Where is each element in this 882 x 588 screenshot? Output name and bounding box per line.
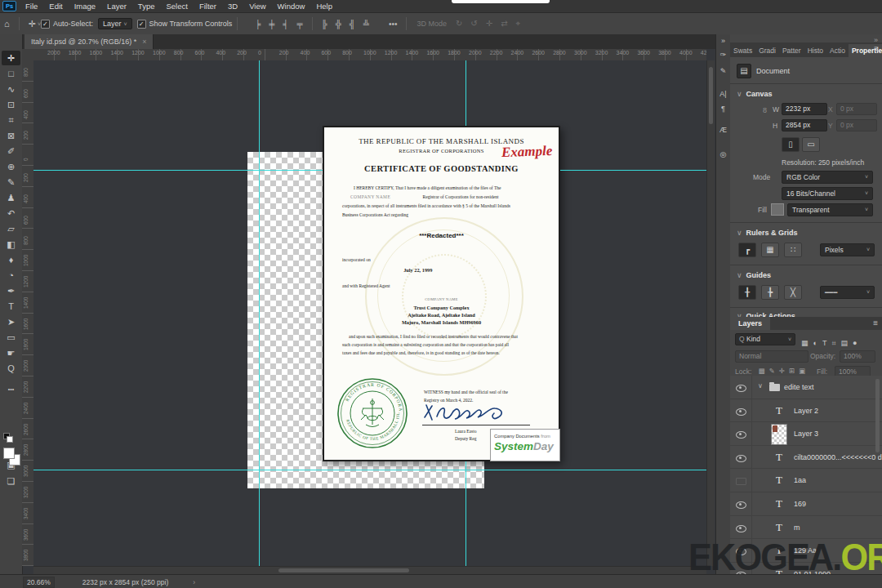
layers-scrollbar[interactable] [875, 379, 880, 452]
layer-row[interactable]: T169 [730, 492, 882, 516]
auto-select-target-dropdown[interactable]: Layer ˅ [98, 18, 132, 29]
canvas-pasteboard[interactable]: THE REPUBLIC OF THE MARSHALL ISLANDS REG… [33, 60, 706, 566]
pen-tool[interactable]: ✒ [2, 283, 20, 298]
visibility-cell[interactable] [730, 492, 752, 515]
eye-icon[interactable] [736, 408, 746, 416]
menu-help[interactable]: Help [310, 2, 338, 11]
lasso-tool[interactable]: ∿ [2, 82, 20, 96]
fill-swatch[interactable] [771, 203, 784, 216]
eraser-tool[interactable]: ▱ [2, 221, 20, 236]
layer-filter-icon[interactable]: ▦ [801, 339, 808, 347]
layer-row[interactable]: Tm [730, 516, 882, 540]
clone-stamp-tool[interactable]: ♟ [2, 190, 20, 205]
tab-patter[interactable]: Patter [779, 44, 804, 57]
align-icon[interactable]: ╤ [292, 20, 306, 29]
visibility-cell[interactable] [730, 446, 752, 469]
ruler-vertical[interactable]: 8006004002000200400600800100012001400160… [22, 60, 34, 566]
document-tab[interactable]: Italy id.psd @ 20.7% (RGB/16) * × [24, 34, 154, 49]
opacity-field[interactable]: 100% [840, 350, 875, 363]
auto-select-checkbox[interactable]: ✓ [41, 20, 50, 29]
menu-layer[interactable]: Layer [101, 2, 132, 11]
visibility-cell[interactable] [730, 399, 752, 422]
visibility-cell[interactable] [730, 422, 752, 445]
tab-layers[interactable]: Layers [730, 317, 770, 330]
tab-gradi[interactable]: Gradi [755, 44, 779, 57]
guide-horizontal[interactable] [33, 470, 706, 470]
ruler-units-dropdown[interactable]: Pixels˅ [820, 243, 875, 256]
tab-swats[interactable]: Swats [730, 44, 755, 57]
visibility-cell[interactable] [730, 469, 752, 492]
layer-name[interactable]: Layer 3 [794, 430, 818, 438]
layer-filter-icon[interactable]: ▤ [841, 339, 849, 347]
menu-file[interactable]: File [20, 2, 43, 11]
visibility-cell[interactable] [730, 539, 752, 562]
menu-3d[interactable]: 3D [222, 2, 243, 11]
default-colors-icon[interactable] [7, 436, 13, 443]
zoom-level-field[interactable]: 20.66% [23, 577, 55, 588]
portrait-orientation-button[interactable]: ▯ [782, 137, 800, 152]
group-expand-caret[interactable]: ∨ [758, 382, 763, 390]
menu-filter[interactable]: Filter [194, 2, 222, 11]
panel-menu-icon[interactable]: ≡ [874, 44, 879, 53]
screen-mode[interactable]: ❏ [2, 474, 20, 488]
lock-icon[interactable]: ▩ [759, 367, 765, 375]
home-icon[interactable]: ⌂ [0, 19, 14, 29]
panel-collapse-icon[interactable]: » [716, 37, 730, 45]
menu-image[interactable]: Image [69, 2, 101, 11]
layer-filter-icon[interactable]: ◐ [813, 339, 817, 347]
layer-name[interactable]: Layer 2 [794, 407, 818, 415]
layer-row[interactable]: T129 Aa [730, 539, 882, 563]
layer-row[interactable]: TLayer 2 [730, 399, 882, 423]
eyedropper-tool[interactable]: ✐ [2, 144, 20, 158]
menu-edit[interactable]: Edit [43, 2, 68, 11]
pixel-grid-toggle-button[interactable]: ∷ [784, 243, 802, 257]
ruler-horizontal[interactable]: 2000180016001400120010008006004002000200… [33, 49, 706, 61]
gradient-tool[interactable]: ◧ [2, 237, 20, 252]
brushes-panel-icon[interactable]: ✑ [716, 51, 730, 59]
lock-icon[interactable]: ⊞ [789, 367, 795, 375]
tab-actio[interactable]: Actio [826, 44, 849, 57]
guide-style-dropdown[interactable]: ━━━˅ [820, 286, 875, 299]
guide-horizontal[interactable] [560, 170, 706, 171]
eye-hidden-icon[interactable] [736, 478, 746, 485]
lock-icon[interactable]: ✛ [779, 367, 785, 375]
layer-row[interactable]: T1aa [730, 469, 882, 492]
shape-tool[interactable]: ▭ [2, 330, 20, 345]
crop-tool[interactable]: ⌗ [2, 113, 20, 127]
align-icon[interactable]: ╪ [265, 20, 278, 29]
eye-icon[interactable] [736, 455, 746, 462]
layer-thumbnail[interactable] [771, 424, 787, 445]
canvas-guides-button[interactable]: ╂ [738, 285, 756, 300]
visibility-cell[interactable] [730, 516, 752, 539]
marquee-tool[interactable]: □ [2, 66, 20, 81]
grid-toggle-button[interactable]: ▦ [761, 243, 779, 257]
status-chevron-icon[interactable]: › [193, 578, 195, 586]
lock-icon[interactable]: ✎ [769, 367, 775, 375]
canvas-vertical-scrollbar[interactable] [706, 60, 715, 566]
layer-filter-icon[interactable]: ● [853, 339, 857, 347]
path-selection-tool[interactable]: ➤ [2, 314, 20, 329]
libraries-panel-icon[interactable]: ◎ [716, 150, 730, 158]
menu-view[interactable]: View [243, 2, 271, 11]
move-tool[interactable]: ✛ [2, 51, 20, 65]
certificate-document[interactable]: THE REPUBLIC OF THE MARSHALL ISLANDS REG… [323, 126, 560, 461]
visibility-cell[interactable] [730, 563, 752, 575]
layer-filter-icon[interactable]: ⌗ [831, 339, 835, 347]
layer-filter-kind-dropdown[interactable]: Q Kind ˅ [735, 333, 795, 345]
distribute-icon[interactable]: ╠ [318, 20, 332, 29]
canvas-section-header[interactable]: ∨Canvas [737, 90, 773, 98]
brush-tool[interactable]: ✎ [2, 175, 20, 189]
brush-settings-panel-icon[interactable]: ✎ [716, 67, 730, 75]
smart-guides-button[interactable]: ╳ [784, 285, 802, 300]
link-dimensions-icon[interactable]: 8 [763, 106, 767, 114]
eye-icon[interactable] [736, 548, 746, 555]
landscape-orientation-button[interactable]: ▭ [802, 137, 820, 152]
fill-dropdown[interactable]: Transparent˅ [787, 203, 873, 216]
layer-name[interactable]: 1aa [794, 476, 806, 484]
guide-vertical[interactable] [259, 60, 260, 566]
bit-depth-dropdown[interactable]: 16 Bits/Channel˅ [782, 187, 873, 200]
blur-tool[interactable]: ♦ [2, 252, 20, 267]
blend-mode-dropdown[interactable]: Normal [735, 350, 808, 363]
guide-vertical[interactable] [466, 461, 466, 566]
layer-row[interactable]: ∨edite text [730, 376, 882, 399]
